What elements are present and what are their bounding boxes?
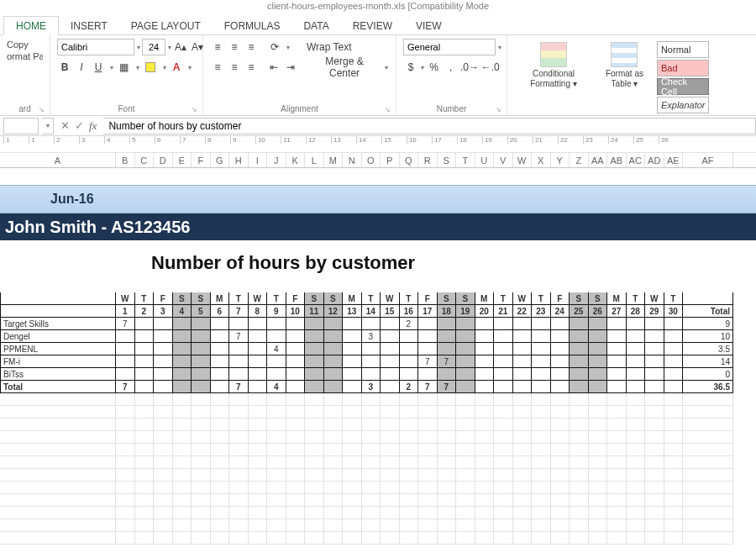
cell[interactable]: 7 [229,381,249,393]
column-header[interactable]: AD [645,153,664,167]
cell[interactable] [211,355,230,368]
bold-button[interactable]: B [57,59,72,76]
cell[interactable]: 7 [418,381,438,393]
fill-color-button[interactable] [142,59,159,76]
cell[interactable] [456,381,475,393]
cell[interactable] [570,381,589,393]
cell[interactable]: T [400,292,419,305]
chevron-down-icon[interactable]: ▾ [497,44,501,51]
cell[interactable] [400,343,419,355]
column-header[interactable]: AA [589,153,608,167]
cell[interactable] [381,381,400,393]
cell[interactable] [286,343,306,355]
cell[interactable] [229,318,249,330]
column-header[interactable]: D [154,153,173,167]
cell[interactable] [418,368,438,381]
cell[interactable]: 30 [664,305,684,318]
cell[interactable] [438,318,457,330]
orientation-button[interactable]: ⟳ [267,39,282,55]
chevron-down-icon[interactable]: ▾ [108,64,114,71]
cell[interactable] [475,381,495,393]
cell[interactable] [607,318,627,330]
cell[interactable] [494,355,513,368]
cell[interactable] [229,355,249,368]
cell[interactable] [551,368,570,381]
cell[interactable] [627,318,646,330]
chevron-down-icon[interactable]: ▾ [167,44,171,51]
cell[interactable]: S [192,292,211,305]
cell[interactable] [494,381,513,393]
cell[interactable] [570,318,589,330]
font-size-combo[interactable] [142,39,165,55]
cell[interactable] [513,368,533,381]
cell[interactable] [664,343,684,355]
cell[interactable]: 15 [381,305,400,318]
cell[interactable] [116,330,135,343]
cell[interactable] [154,368,173,381]
cell[interactable] [607,330,627,343]
column-header[interactable]: J [267,153,286,167]
cell[interactable] [607,343,627,355]
merge-center-button[interactable]: Merge & Center [307,59,381,76]
cell[interactable] [211,368,230,381]
cell[interactable] [570,343,589,355]
cell[interactable]: S [305,292,324,305]
column-header[interactable]: A [0,153,116,167]
cell[interactable] [324,343,344,355]
cell[interactable] [154,355,173,368]
column-header[interactable]: U [475,153,495,167]
cell[interactable] [513,355,533,368]
cell[interactable] [494,330,513,343]
cell[interactable]: M [211,292,230,305]
cell[interactable] [418,318,438,330]
cell[interactable] [532,343,551,355]
formula-input[interactable] [103,118,756,134]
cell[interactable] [192,368,211,381]
cell[interactable] [135,368,155,381]
cell[interactable] [400,330,419,343]
cell[interactable] [570,355,589,368]
column-header[interactable]: H [229,153,249,167]
column-header[interactable]: E [173,153,192,167]
copy-button[interactable]: Copy [7,39,43,50]
cell[interactable] [267,355,286,368]
cell[interactable] [551,318,570,330]
cell[interactable]: S [456,292,475,305]
cell[interactable] [305,330,324,343]
cell[interactable]: T [135,292,155,305]
cell[interactable] [513,381,533,393]
cell[interactable] [532,381,551,393]
percent-button[interactable]: % [427,59,442,76]
cell[interactable]: F [418,292,438,305]
cell[interactable] [229,368,249,381]
cell[interactable] [607,381,627,393]
cell[interactable] [154,343,173,355]
cell[interactable]: 29 [645,305,664,318]
align-center-button[interactable]: ≡ [227,59,242,76]
cell[interactable] [627,381,646,393]
cell[interactable] [286,318,306,330]
cell[interactable] [324,381,344,393]
column-header[interactable]: K [286,153,306,167]
cell[interactable]: M [607,292,627,305]
align-left-button[interactable]: ≡ [210,59,225,76]
increase-font-button[interactable]: A▴ [173,39,188,55]
cell[interactable]: 27 [607,305,627,318]
column-header[interactable]: R [418,153,438,167]
cell[interactable] [532,355,551,368]
cell[interactable] [343,318,362,330]
cell[interactable] [664,368,684,381]
cell[interactable] [589,381,608,393]
cell[interactable] [135,318,155,330]
cell[interactable]: 18 [438,305,457,318]
cell[interactable]: S [438,292,457,305]
cell[interactable] [343,368,362,381]
cell[interactable]: S [324,292,344,305]
cell[interactable]: 3 [362,330,381,343]
cell[interactable] [438,343,457,355]
cell[interactable]: 28 [627,305,646,318]
cell[interactable] [154,318,173,330]
cell[interactable]: T [494,292,513,305]
chevron-down-icon[interactable]: ▾ [160,64,167,71]
cell[interactable]: 3 [154,305,173,318]
